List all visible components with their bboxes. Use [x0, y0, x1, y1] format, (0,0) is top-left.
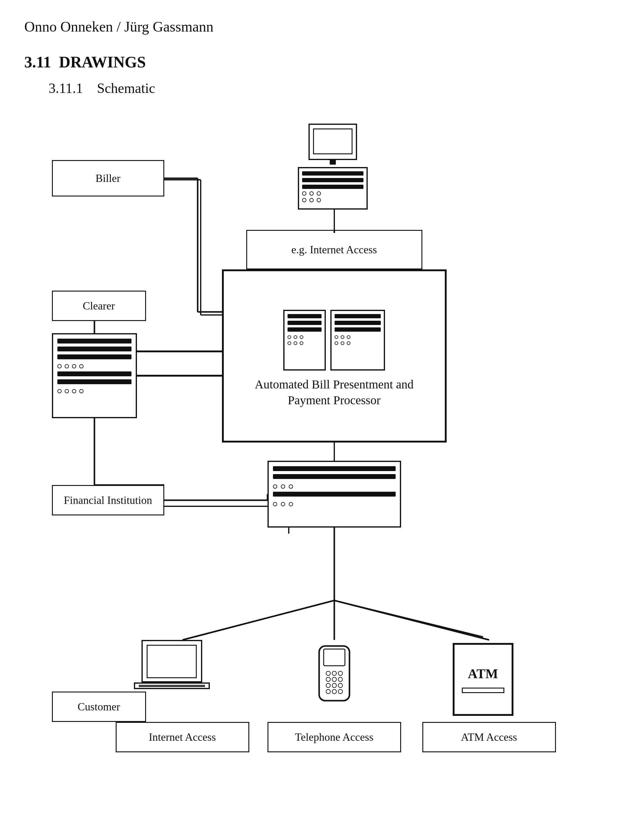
- abpp-box: Automated Bill Presentment and Payment P…: [222, 269, 447, 443]
- atm-label-text: ATM: [468, 666, 498, 682]
- telephone-access-box: Telephone Access: [268, 722, 401, 752]
- svg-point-40: [332, 684, 336, 688]
- svg-point-33: [326, 671, 330, 676]
- page-header: Onno Onneken / Jürg Gassmann 3.11 DRAWIN…: [24, 18, 620, 96]
- atm-access-box: ATM Access: [422, 722, 556, 752]
- financial-institution-box: Financial Institution: [52, 485, 164, 516]
- svg-point-41: [338, 684, 342, 688]
- atm-machine: ATM: [453, 643, 513, 716]
- monitor-stand: [330, 160, 336, 165]
- authors: Onno Onneken / Jürg Gassmann: [24, 18, 620, 35]
- svg-point-35: [338, 671, 342, 676]
- laptop-screen: [142, 640, 202, 682]
- telephone-access-icon: [289, 640, 380, 719]
- svg-point-36: [326, 677, 330, 682]
- top-computer-icon: [298, 124, 368, 210]
- laptop-base: [134, 682, 210, 689]
- internet-access-box: Internet Access: [116, 722, 249, 752]
- customer-box: Customer: [52, 692, 146, 722]
- section-title: 3.11 DRAWINGS: [24, 53, 620, 71]
- abpp-server-left: [283, 310, 326, 370]
- diagram: Biller e.g. Internet Access: [34, 115, 611, 813]
- abpp-server-right: [330, 310, 385, 370]
- internet-access-icon: [134, 640, 210, 689]
- svg-line-17: [182, 600, 334, 640]
- laptop-screen-inner: [147, 645, 197, 678]
- eg-internet-access-box: e.g. Internet Access: [246, 230, 422, 269]
- atm-icon: ATM: [437, 640, 529, 719]
- clearer-server: [52, 333, 137, 418]
- monitor-screen: [313, 128, 352, 154]
- svg-line-13: [195, 600, 334, 637]
- phone-svg: [310, 643, 358, 716]
- svg-point-44: [338, 689, 342, 694]
- svg-rect-32: [324, 649, 345, 666]
- biller-box: Biller: [52, 160, 164, 197]
- svg-point-43: [332, 689, 336, 694]
- svg-point-42: [326, 689, 330, 694]
- svg-point-39: [326, 684, 330, 688]
- atm-slot: [462, 688, 504, 693]
- svg-line-15: [334, 600, 483, 637]
- abpp-label: Automated Bill Presentment and Payment P…: [224, 377, 445, 408]
- subsection-title: 3.11.1 Schematic: [48, 80, 620, 96]
- svg-point-38: [338, 677, 342, 682]
- bottom-server: [268, 461, 401, 528]
- svg-point-37: [332, 677, 336, 682]
- abpp-servers: [283, 310, 385, 370]
- monitor: [308, 124, 357, 160]
- svg-point-34: [332, 671, 336, 676]
- clearer-box: Clearer: [52, 291, 146, 321]
- desktop-unit: [298, 167, 368, 210]
- svg-line-19: [334, 600, 489, 640]
